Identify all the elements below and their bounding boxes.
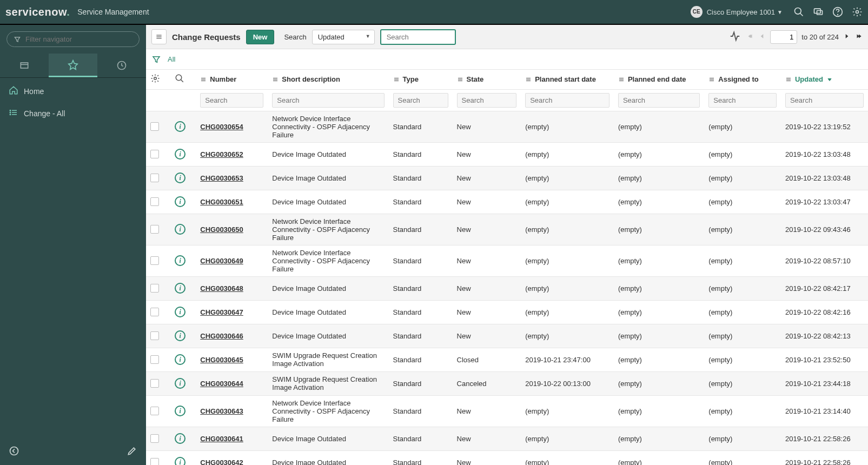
record-link[interactable]: CHG0030651 bbox=[200, 198, 243, 206]
row-checkbox[interactable] bbox=[150, 308, 159, 316]
record-link[interactable]: CHG0030650 bbox=[200, 225, 243, 234]
cell-planned-end: (empty) bbox=[614, 348, 704, 371]
pager-next[interactable] bbox=[843, 32, 851, 42]
record-link[interactable]: CHG0030653 bbox=[200, 174, 243, 182]
cell-short-desc: Network Device Interface Connectivity - … bbox=[268, 214, 388, 245]
pager-prev[interactable] bbox=[758, 32, 766, 42]
header-search-icon[interactable] bbox=[175, 77, 184, 85]
column-header-assigned_to[interactable]: Assigned to bbox=[704, 70, 781, 89]
column-search-type[interactable] bbox=[393, 93, 448, 108]
info-icon[interactable]: i bbox=[175, 149, 185, 160]
columns-gear-icon[interactable] bbox=[150, 77, 160, 85]
table-row: i CHG0030647 Device Image Outdated Stand… bbox=[146, 300, 868, 324]
pager-last[interactable] bbox=[855, 32, 863, 42]
record-link[interactable]: CHG0030642 bbox=[200, 459, 243, 466]
cell-planned-start: 2019-10-22 00:13:00 bbox=[521, 371, 614, 395]
nav-tab-history[interactable] bbox=[97, 54, 146, 77]
info-icon[interactable]: i bbox=[175, 255, 185, 266]
column-header-number[interactable]: Number bbox=[196, 70, 268, 89]
row-checkbox[interactable] bbox=[150, 256, 159, 265]
pager-input[interactable] bbox=[770, 30, 797, 44]
column-search-state[interactable] bbox=[457, 93, 517, 108]
user-name[interactable]: Cisco Employee 1001 bbox=[707, 8, 775, 16]
search-input[interactable] bbox=[380, 29, 456, 45]
info-icon[interactable]: i bbox=[175, 433, 185, 444]
column-search-number[interactable] bbox=[200, 93, 263, 108]
info-icon[interactable]: i bbox=[175, 224, 185, 235]
column-header-type[interactable]: Type bbox=[389, 70, 453, 89]
info-icon[interactable]: i bbox=[175, 457, 185, 465]
column-search-planned_end[interactable] bbox=[618, 93, 700, 108]
row-checkbox[interactable] bbox=[150, 379, 159, 388]
nav-tab-favorites[interactable] bbox=[49, 54, 97, 77]
record-link[interactable]: CHG0030647 bbox=[200, 308, 243, 316]
info-icon[interactable]: i bbox=[175, 406, 185, 416]
info-icon[interactable]: i bbox=[175, 172, 185, 183]
search-icon[interactable] bbox=[793, 6, 804, 17]
filter-navigator[interactable] bbox=[6, 31, 140, 47]
cell-state: New bbox=[453, 245, 521, 276]
collapse-icon[interactable] bbox=[9, 446, 19, 456]
user-dropdown-icon[interactable]: ▼ bbox=[777, 9, 783, 15]
column-header-short_desc[interactable]: Short description bbox=[268, 70, 388, 89]
row-checkbox[interactable] bbox=[150, 197, 159, 206]
sidebar-item-label: Home bbox=[24, 87, 44, 96]
info-icon[interactable]: i bbox=[175, 354, 185, 365]
brand-logo[interactable]: servicenow. bbox=[5, 6, 70, 18]
column-search-assigned_to[interactable] bbox=[708, 93, 777, 108]
info-icon[interactable]: i bbox=[175, 307, 185, 317]
row-checkbox[interactable] bbox=[150, 284, 159, 293]
sidebar-item-change-all[interactable]: Change - All bbox=[0, 102, 146, 124]
sidebar-item-home[interactable]: Home bbox=[0, 80, 146, 102]
gear-icon[interactable] bbox=[852, 6, 863, 17]
nav-tab-apps[interactable] bbox=[0, 54, 49, 77]
cell-assigned-to: (empty) bbox=[704, 371, 781, 395]
column-header-planned_end[interactable]: Planned end date bbox=[614, 70, 704, 89]
filter-navigator-input[interactable] bbox=[25, 35, 132, 43]
user-avatar[interactable]: CE bbox=[691, 6, 703, 18]
pager-first[interactable] bbox=[746, 32, 754, 42]
list-menu-button[interactable] bbox=[151, 29, 167, 44]
info-icon[interactable]: i bbox=[175, 121, 185, 132]
record-link[interactable]: CHG0030648 bbox=[200, 284, 243, 293]
row-checkbox[interactable] bbox=[150, 434, 159, 443]
record-link[interactable]: CHG0030649 bbox=[200, 257, 243, 265]
sidebar-item-label: Change - All bbox=[24, 109, 65, 118]
row-checkbox[interactable] bbox=[150, 150, 159, 158]
info-icon[interactable]: i bbox=[175, 378, 185, 389]
column-header-updated[interactable]: Updated bbox=[781, 70, 868, 89]
filter-funnel-icon[interactable] bbox=[151, 55, 161, 64]
record-link[interactable]: CHG0030654 bbox=[200, 123, 243, 131]
chat-icon[interactable] bbox=[813, 6, 824, 17]
column-search-planned_start[interactable] bbox=[525, 93, 609, 108]
cell-planned-start: (empty) bbox=[521, 395, 614, 427]
record-link[interactable]: CHG0030643 bbox=[200, 407, 243, 415]
new-button[interactable]: New bbox=[246, 30, 275, 44]
row-checkbox[interactable] bbox=[150, 331, 159, 340]
column-header-planned_start[interactable]: Planned start date bbox=[521, 70, 614, 89]
row-checkbox[interactable] bbox=[150, 355, 159, 364]
row-checkbox[interactable] bbox=[150, 407, 159, 415]
row-checkbox[interactable] bbox=[150, 225, 159, 234]
info-icon[interactable]: i bbox=[175, 330, 185, 341]
column-label: Type bbox=[403, 75, 419, 83]
record-link[interactable]: CHG0030646 bbox=[200, 332, 243, 340]
row-checkbox[interactable] bbox=[150, 174, 159, 182]
record-link[interactable]: CHG0030645 bbox=[200, 356, 243, 364]
row-checkbox[interactable] bbox=[150, 458, 159, 465]
search-field-select[interactable]: Updated bbox=[312, 30, 375, 44]
record-link[interactable]: CHG0030644 bbox=[200, 380, 243, 388]
edit-icon[interactable] bbox=[127, 446, 137, 456]
info-icon[interactable]: i bbox=[175, 283, 185, 294]
row-checkbox[interactable] bbox=[150, 122, 159, 131]
record-link[interactable]: CHG0030652 bbox=[200, 150, 243, 158]
help-icon[interactable] bbox=[832, 6, 843, 17]
info-icon[interactable]: i bbox=[175, 196, 185, 207]
column-search-updated[interactable] bbox=[785, 93, 864, 108]
breadcrumb-all[interactable]: All bbox=[168, 55, 175, 63]
column-search-short_desc[interactable] bbox=[272, 93, 384, 108]
column-header-state[interactable]: State bbox=[453, 70, 521, 89]
record-link[interactable]: CHG0030641 bbox=[200, 435, 243, 443]
cell-planned-end: (empty) bbox=[614, 245, 704, 276]
activity-icon[interactable] bbox=[729, 30, 741, 44]
